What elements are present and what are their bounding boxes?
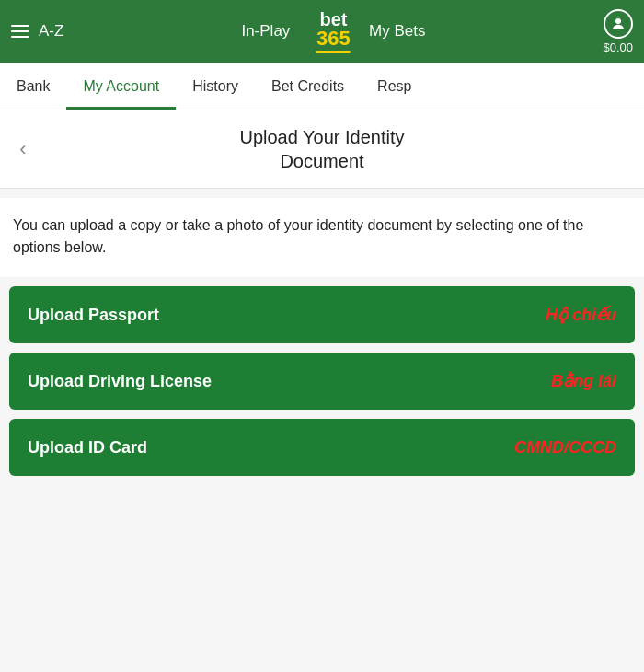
upload-passport-vn-label: Hộ chiếu (546, 305, 616, 325)
upload-passport-button[interactable]: Upload Passport Hộ chiếu (9, 286, 635, 343)
upload-buttons-section: Upload Passport Hộ chiếu Upload Driving … (0, 286, 644, 476)
top-navigation: A-Z In-Play bet 365 My Bets $0.00 (0, 0, 644, 63)
hamburger-icon (11, 25, 29, 38)
upload-passport-label: Upload Passport (28, 306, 159, 325)
account-icon (604, 9, 633, 39)
content-area: ‹ Upload Your Identity Document You can … (0, 110, 644, 672)
description-section: You can upload a copy or take a photo of… (0, 198, 644, 277)
page-header: ‹ Upload Your Identity Document (0, 110, 644, 189)
back-button[interactable]: ‹ (0, 139, 46, 159)
logo: bet 365 (316, 10, 351, 53)
upload-idcard-label: Upload ID Card (28, 438, 147, 458)
page-title: Upload Your Identity Document (46, 125, 644, 173)
svg-point-0 (615, 18, 621, 24)
tab-my-account[interactable]: My Account (66, 63, 176, 110)
az-label: A-Z (39, 22, 63, 41)
user-icon (610, 16, 627, 32)
balance-display: $0.00 (603, 41, 633, 54)
tab-bet-credits[interactable]: Bet Credits (255, 63, 361, 110)
inplay-link[interactable]: In-Play (241, 22, 290, 41)
tab-resp[interactable]: Resp (361, 63, 428, 110)
upload-driving-label: Upload Driving License (28, 372, 212, 391)
logo-underline (316, 51, 351, 53)
tab-history[interactable]: History (176, 63, 255, 110)
upload-idcard-vn-label: CMND/CCCD (514, 438, 616, 458)
description-text: You can upload a copy or take a photo of… (13, 214, 631, 259)
upload-driving-license-button[interactable]: Upload Driving License Bằng lái (9, 353, 635, 410)
az-menu[interactable]: A-Z (11, 22, 63, 41)
tabs-navigation: Bank My Account History Bet Credits Resp (0, 63, 644, 110)
upload-driving-vn-label: Bằng lái (551, 371, 616, 391)
mybets-link[interactable]: My Bets (369, 22, 425, 41)
account-section[interactable]: $0.00 (603, 9, 633, 54)
tab-bank[interactable]: Bank (0, 63, 66, 110)
back-chevron-icon: ‹ (19, 139, 26, 159)
upload-id-card-button[interactable]: Upload ID Card CMND/CCCD (9, 419, 635, 476)
